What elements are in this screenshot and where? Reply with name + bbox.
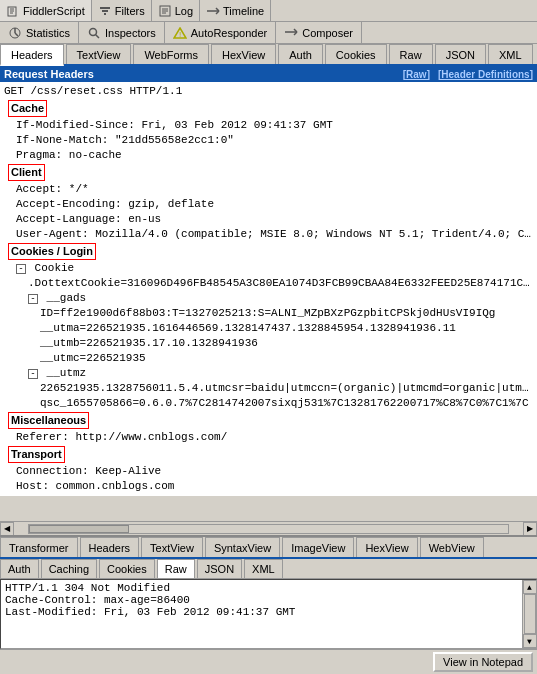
transport-line-0: Connection: Keep-Alive [0,464,537,479]
toolbar-timeline[interactable]: Timeline [200,0,271,21]
misc-section-header: Miscellaneous [0,411,537,430]
header-defs-link[interactable]: [Header Definitions] [438,69,533,80]
utmb-line: __utmb=226521935.17.10.1328941936 [0,336,537,351]
utmc-line: __utmc=226521935 [0,351,537,366]
btab2-raw[interactable]: Raw [157,559,195,578]
request-headers-header: Request Headers [Raw] [Header Definition… [0,66,537,82]
timeline-icon [206,4,220,18]
tab-cookies[interactable]: Cookies [325,44,387,64]
hscroll-thumb[interactable] [29,525,129,533]
cookie-tree-root: - Cookie [0,261,537,276]
headers-main: GET /css/reset.css HTTP/1.1 Cache If-Mod… [0,82,537,496]
toolbar1: FiddlerScript Filters Log Timeline [0,0,537,22]
tab-xml[interactable]: XML [488,44,533,64]
transport-line-1: Host: common.cnblogs.com [0,479,537,494]
tab-textview[interactable]: TextView [66,44,132,64]
vscroll-up-btn[interactable]: ▲ [523,580,537,594]
stats-icon [8,26,22,40]
filter-icon [98,4,112,18]
log-label: Log [175,5,193,17]
request-line: GET /css/reset.css HTTP/1.1 [0,84,537,99]
hscroll-left-btn[interactable]: ◀ [0,522,14,536]
tab-webforms[interactable]: WebForms [133,44,209,64]
btab-textview[interactable]: TextView [141,537,203,557]
panel-links: [Raw] [Header Definitions] [403,69,533,80]
tree-toggle-cookie[interactable]: - [16,264,26,274]
client-label: Client [8,164,45,181]
toolbar-log[interactable]: Log [152,0,200,21]
utmz-value: 226521935.1328756011.5.4.utmcsr=baidu|ut… [0,381,537,396]
cache-label: Cache [8,100,47,117]
tab-raw[interactable]: Raw [389,44,433,64]
content-scroll-area[interactable]: GET /css/reset.css HTTP/1.1 Cache If-Mod… [0,82,537,521]
client-line-0: Accept: */* [0,182,537,197]
output-line-2: Last-Modified: Fri, 03 Feb 2012 09:41:37… [5,606,516,618]
tree-toggle-utmz[interactable]: - [28,369,38,379]
btab2-cookies[interactable]: Cookies [99,559,155,578]
btab-webview[interactable]: WebView [420,537,484,557]
compose-icon [284,26,298,40]
svg-rect-6 [104,13,106,15]
client-line-3: User-Agent: Mozilla/4.0 (compatible; MSI… [0,227,537,242]
tab-auth[interactable]: Auth [278,44,323,64]
svg-line-18 [96,34,100,38]
toolbar-fiddlerscript[interactable]: FiddlerScript [0,0,92,21]
hscroll-right-btn[interactable]: ▶ [523,522,537,536]
client-section-header: Client [0,163,537,182]
output-vscrollbar[interactable]: ▲ ▼ [522,580,536,648]
client-line-1: Accept-Encoding: gzip, deflate [0,197,537,212]
transport-label: Transport [8,446,65,463]
btab2-caching[interactable]: Caching [41,559,97,578]
btab-imageview[interactable]: ImageView [282,537,354,557]
cache-line-0: If-Modified-Since: Fri, 03 Feb 2012 09:4… [0,118,537,133]
inspect-icon [87,26,101,40]
horizontal-scrollbar[interactable]: ◀ ▶ [0,521,537,535]
cache-section-header: Cache [0,99,537,118]
toolbar2: Statistics Inspectors ! AutoResponder Co… [0,22,537,44]
vscroll-track[interactable] [524,594,536,634]
panel-title: Request Headers [4,68,94,80]
script-icon [6,4,20,18]
raw-link[interactable]: [Raw] [403,69,430,80]
toolbar2-autoresponder[interactable]: ! AutoResponder [165,22,276,43]
cache-line-2: Pragma: no-cache [0,148,537,163]
misc-line-0: Referer: http://www.cnblogs.com/ [0,430,537,445]
btab-headers[interactable]: Headers [80,537,140,557]
btab2-xml[interactable]: XML [244,559,283,578]
view-notepad-button[interactable]: View in Notepad [433,652,533,672]
log-icon [158,4,172,18]
btab-transformer[interactable]: Transformer [0,537,78,557]
btab-hexview[interactable]: HexView [356,537,417,557]
cookies-label: Cookies / Login [8,243,96,260]
inspectors-label: Inspectors [105,27,156,39]
tab-headers[interactable]: Headers [0,44,64,66]
svg-line-16 [15,33,18,36]
hscroll-track[interactable] [28,524,509,534]
gsc-value: qsc_1655705866=0.6.0.7%7C2814742007sixqj… [0,396,537,411]
toolbar2-statistics[interactable]: Statistics [0,22,79,43]
utma-line: __utma=226521935.1616446569.1328147437.1… [0,321,537,336]
btab2-json[interactable]: JSON [197,559,242,578]
svg-rect-5 [102,10,108,12]
tree-toggle-gads[interactable]: - [28,294,38,304]
cookies-section-header: Cookies / Login [0,242,537,261]
bottom-section: Transformer Headers TextView SyntaxView … [0,535,537,674]
tab-hexview[interactable]: HexView [211,44,276,64]
fiddlerscript-label: FiddlerScript [23,5,85,17]
request-headers-content: GET /css/reset.css HTTP/1.1 Cache If-Mod… [0,82,537,521]
btab2-auth[interactable]: Auth [0,559,39,578]
statistics-label: Statistics [26,27,70,39]
svg-text:!: ! [179,30,181,39]
toolbar2-composer[interactable]: Composer [276,22,362,43]
toolbar-filters[interactable]: Filters [92,0,152,21]
vscroll-down-btn[interactable]: ▼ [523,634,537,648]
output-line-0: HTTP/1.1 304 Not Modified [5,582,516,594]
utmz-tree: - __utmz [0,366,537,381]
toolbar2-inspectors[interactable]: Inspectors [79,22,165,43]
dottextcookie-line: .DottextCookie=316096D496FB48545A3C80EA1… [0,276,537,291]
tab-json[interactable]: JSON [435,44,486,64]
cache-line-1: If-None-Match: "21dd55658e2cc1:0" [0,133,537,148]
btab-syntaxview[interactable]: SyntaxView [205,537,280,557]
auto-icon: ! [173,26,187,40]
bottom-text-output: HTTP/1.1 304 Not Modified Cache-Control:… [0,579,537,649]
